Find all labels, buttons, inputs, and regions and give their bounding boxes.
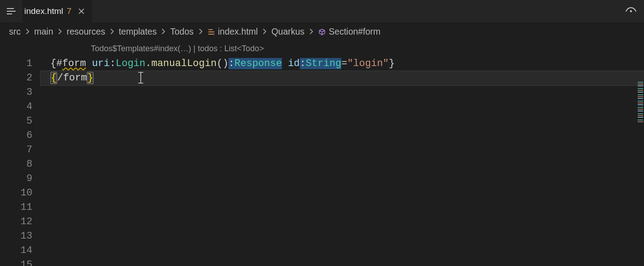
line-number: 5 (0, 114, 40, 129)
token: = (341, 58, 347, 69)
code-line[interactable] (40, 157, 644, 172)
editor-tab-indexhtml[interactable]: index.html 7 (22, 0, 92, 22)
code-line[interactable] (40, 186, 644, 200)
breadcrumb-item[interactable]: main (34, 27, 53, 37)
token: : (228, 58, 234, 69)
code-line[interactable] (40, 85, 644, 100)
line-number: 9 (0, 172, 40, 186)
line-number: 2 (0, 71, 40, 85)
breadcrumb-item[interactable]: templates (119, 27, 157, 37)
token: Response (234, 58, 282, 69)
code-line[interactable] (40, 129, 644, 143)
token: "login" (347, 58, 389, 69)
code-line[interactable] (40, 143, 644, 157)
tab-actions (625, 0, 644, 22)
code-line[interactable] (40, 229, 644, 244)
svg-point-0 (630, 10, 632, 12)
line-number: 4 (0, 100, 40, 114)
line-number: 8 (0, 157, 40, 172)
tab-filename: index.html (24, 6, 63, 16)
breadcrumb-item[interactable]: Quarkus (271, 27, 304, 37)
token: Login (116, 58, 145, 69)
line-number: 15 (0, 258, 40, 266)
breadcrumb-item[interactable]: index.html (207, 27, 258, 37)
token: } (87, 72, 94, 84)
line-number: 14 (0, 244, 40, 258)
codelens[interactable]: Todos$Templates#index(…) | todos : List<… (91, 43, 264, 54)
tab-bar: index.html 7 (0, 0, 644, 22)
line-number: 6 (0, 129, 40, 143)
file-icon (207, 28, 215, 36)
breadcrumb: src main resources templates Todos index… (0, 22, 644, 40)
code-line[interactable]: {#form uri:Login.manualLogin():Response … (40, 57, 644, 71)
chevron-right-icon (25, 28, 30, 35)
line-number: 3 (0, 85, 40, 100)
code-line[interactable] (40, 244, 644, 258)
code-area[interactable]: Todos$Templates#index(…) | todos : List<… (40, 40, 644, 266)
token: . (145, 58, 151, 69)
line-number: 1 (0, 57, 40, 71)
token: { (50, 72, 57, 84)
line-number: 10 (0, 186, 40, 200)
token: # (56, 58, 62, 69)
preview-icon[interactable] (625, 7, 637, 16)
breadcrumb-item[interactable]: resources (67, 27, 105, 37)
chevron-right-icon (110, 28, 114, 35)
token (282, 58, 288, 69)
chevron-right-icon (262, 28, 267, 35)
token (86, 58, 92, 69)
token: uri (92, 58, 110, 69)
code-line[interactable]: {/form} (40, 71, 644, 85)
token: form (63, 72, 87, 84)
code-line[interactable] (40, 215, 644, 229)
line-number: 13 (0, 229, 40, 244)
token: / (57, 72, 63, 84)
chevron-right-icon (198, 28, 203, 35)
line-number: 12 (0, 215, 40, 229)
menu-icon[interactable] (0, 0, 22, 22)
chevron-right-icon (309, 28, 313, 35)
token: id (288, 58, 300, 69)
tab-modified-badge: 7 (67, 6, 72, 16)
code-line[interactable] (40, 258, 644, 266)
breadcrumb-label: Section#form (329, 27, 380, 36)
code-line[interactable] (40, 200, 644, 215)
code-editor[interactable]: 123456789101112131415 Todos$Templates#in… (0, 40, 644, 266)
token: form (62, 58, 86, 69)
token: manualLogin (151, 58, 216, 69)
minimap[interactable] (638, 82, 643, 122)
token: : (110, 58, 116, 69)
symbol-icon (318, 28, 326, 36)
code-line[interactable] (40, 172, 644, 186)
token: () (217, 58, 228, 69)
token: : (300, 58, 306, 69)
breadcrumb-item[interactable]: src (9, 27, 21, 37)
breadcrumb-label: index.html (218, 27, 258, 36)
line-number-gutter: 123456789101112131415 (0, 40, 40, 266)
line-number: 11 (0, 200, 40, 215)
token: } (389, 58, 395, 69)
breadcrumb-item[interactable]: Todos (170, 27, 193, 37)
code-line[interactable] (40, 100, 644, 114)
token: String (306, 58, 341, 69)
breadcrumb-item[interactable]: Section#form (318, 27, 380, 37)
close-icon[interactable] (77, 7, 86, 16)
token: { (50, 58, 56, 69)
line-number: 7 (0, 143, 40, 157)
chevron-right-icon (161, 28, 165, 35)
code-line[interactable] (40, 114, 644, 129)
chevron-right-icon (58, 28, 62, 35)
